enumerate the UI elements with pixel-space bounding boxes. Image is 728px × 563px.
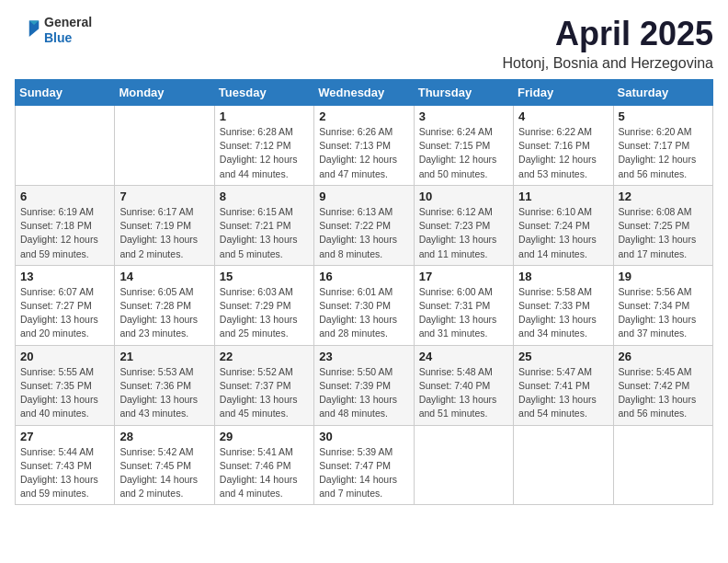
calendar-week-row-2: 6Sunrise: 6:19 AM Sunset: 7:18 PM Daylig… — [16, 185, 713, 265]
day-info: Sunrise: 6:13 AM Sunset: 7:22 PM Dayligh… — [319, 205, 408, 261]
calendar-cell: 2Sunrise: 6:26 AM Sunset: 7:13 PM Daylig… — [314, 106, 414, 186]
day-number: 17 — [419, 270, 508, 283]
calendar-cell: 23Sunrise: 5:50 AM Sunset: 7:39 PM Dayli… — [314, 345, 414, 425]
day-number: 6 — [20, 190, 109, 203]
page-header: General Blue April 2025 Hotonj, Bosnia a… — [15, 15, 713, 72]
logo-icon — [15, 17, 40, 43]
day-info: Sunrise: 5:50 AM Sunset: 7:39 PM Dayligh… — [319, 365, 408, 421]
day-number: 12 — [619, 190, 708, 203]
calendar-cell: 24Sunrise: 5:48 AM Sunset: 7:40 PM Dayli… — [414, 345, 513, 425]
weekday-header-tuesday: Tuesday — [214, 80, 313, 106]
day-info: Sunrise: 6:05 AM Sunset: 7:28 PM Dayligh… — [119, 285, 209, 341]
day-info: Sunrise: 6:19 AM Sunset: 7:18 PM Dayligh… — [20, 205, 109, 261]
calendar-cell: 21Sunrise: 5:53 AM Sunset: 7:36 PM Dayli… — [115, 345, 214, 425]
day-number: 3 — [419, 109, 508, 123]
day-info: Sunrise: 6:08 AM Sunset: 7:25 PM Dayligh… — [619, 205, 708, 261]
day-number: 22 — [220, 350, 309, 363]
day-info: Sunrise: 6:10 AM Sunset: 7:24 PM Dayligh… — [518, 205, 608, 261]
day-number: 24 — [419, 350, 508, 363]
day-number: 4 — [518, 109, 608, 123]
calendar-cell: 8Sunrise: 6:15 AM Sunset: 7:21 PM Daylig… — [214, 185, 313, 265]
day-info: Sunrise: 5:47 AM Sunset: 7:41 PM Dayligh… — [518, 365, 608, 421]
day-info: Sunrise: 6:07 AM Sunset: 7:27 PM Dayligh… — [20, 285, 109, 341]
calendar-cell — [514, 425, 613, 505]
weekday-header-row: SundayMondayTuesdayWednesdayThursdayFrid… — [16, 80, 713, 106]
calendar-week-row-5: 27Sunrise: 5:44 AM Sunset: 7:43 PM Dayli… — [16, 425, 713, 505]
calendar-cell: 19Sunrise: 5:56 AM Sunset: 7:34 PM Dayli… — [613, 265, 712, 345]
calendar-cell: 9Sunrise: 6:13 AM Sunset: 7:22 PM Daylig… — [314, 185, 414, 265]
calendar-cell: 29Sunrise: 5:41 AM Sunset: 7:46 PM Dayli… — [214, 425, 313, 505]
title-block: April 2025 Hotonj, Bosnia and Herzegovin… — [503, 15, 713, 72]
day-number: 26 — [619, 350, 708, 363]
day-info: Sunrise: 6:12 AM Sunset: 7:23 PM Dayligh… — [419, 205, 508, 261]
calendar-cell: 22Sunrise: 5:52 AM Sunset: 7:37 PM Dayli… — [214, 345, 313, 425]
calendar-cell: 1Sunrise: 6:28 AM Sunset: 7:12 PM Daylig… — [214, 106, 313, 186]
location-title: Hotonj, Bosnia and Herzegovina — [503, 55, 713, 72]
weekday-header-friday: Friday — [514, 80, 613, 106]
calendar-week-row-4: 20Sunrise: 5:55 AM Sunset: 7:35 PM Dayli… — [16, 345, 713, 425]
day-info: Sunrise: 5:45 AM Sunset: 7:42 PM Dayligh… — [619, 365, 708, 421]
day-number: 7 — [119, 190, 209, 203]
calendar-cell: 4Sunrise: 6:22 AM Sunset: 7:16 PM Daylig… — [514, 106, 613, 186]
day-number: 1 — [220, 109, 309, 123]
day-number: 15 — [220, 270, 309, 283]
day-info: Sunrise: 6:28 AM Sunset: 7:12 PM Dayligh… — [220, 125, 309, 181]
calendar-cell: 11Sunrise: 6:10 AM Sunset: 7:24 PM Dayli… — [514, 185, 613, 265]
calendar-cell: 3Sunrise: 6:24 AM Sunset: 7:15 PM Daylig… — [414, 106, 513, 186]
logo-text: General Blue — [44, 15, 92, 46]
day-number: 13 — [20, 270, 109, 283]
calendar-week-row-3: 13Sunrise: 6:07 AM Sunset: 7:27 PM Dayli… — [16, 265, 713, 345]
day-info: Sunrise: 6:01 AM Sunset: 7:30 PM Dayligh… — [319, 285, 408, 341]
day-info: Sunrise: 5:56 AM Sunset: 7:34 PM Dayligh… — [619, 285, 708, 341]
calendar-cell: 15Sunrise: 6:03 AM Sunset: 7:29 PM Dayli… — [214, 265, 313, 345]
day-number: 20 — [20, 350, 109, 363]
day-number: 14 — [119, 270, 209, 283]
calendar-cell — [613, 425, 712, 505]
day-number: 19 — [619, 270, 708, 283]
weekday-header-saturday: Saturday — [613, 80, 712, 106]
calendar-cell: 6Sunrise: 6:19 AM Sunset: 7:18 PM Daylig… — [16, 185, 115, 265]
weekday-header-monday: Monday — [115, 80, 214, 106]
day-number: 2 — [319, 109, 408, 123]
logo: General Blue — [15, 15, 92, 46]
day-info: Sunrise: 5:44 AM Sunset: 7:43 PM Dayligh… — [20, 445, 109, 501]
calendar-week-row-1: 1Sunrise: 6:28 AM Sunset: 7:12 PM Daylig… — [16, 106, 713, 186]
day-number: 11 — [518, 190, 608, 203]
day-info: Sunrise: 6:26 AM Sunset: 7:13 PM Dayligh… — [319, 125, 408, 181]
day-info: Sunrise: 6:20 AM Sunset: 7:17 PM Dayligh… — [619, 125, 708, 181]
day-number: 21 — [119, 350, 209, 363]
calendar-cell: 12Sunrise: 6:08 AM Sunset: 7:25 PM Dayli… — [613, 185, 712, 265]
day-info: Sunrise: 5:53 AM Sunset: 7:36 PM Dayligh… — [119, 365, 209, 421]
day-number: 18 — [518, 270, 608, 283]
weekday-header-wednesday: Wednesday — [314, 80, 414, 106]
calendar-cell: 26Sunrise: 5:45 AM Sunset: 7:42 PM Dayli… — [613, 345, 712, 425]
calendar-cell: 13Sunrise: 6:07 AM Sunset: 7:27 PM Dayli… — [16, 265, 115, 345]
calendar-table: SundayMondayTuesdayWednesdayThursdayFrid… — [15, 79, 713, 505]
calendar-cell: 10Sunrise: 6:12 AM Sunset: 7:23 PM Dayli… — [414, 185, 513, 265]
calendar-cell: 30Sunrise: 5:39 AM Sunset: 7:47 PM Dayli… — [314, 425, 414, 505]
day-info: Sunrise: 5:42 AM Sunset: 7:45 PM Dayligh… — [119, 445, 209, 501]
day-info: Sunrise: 6:22 AM Sunset: 7:16 PM Dayligh… — [518, 125, 608, 181]
calendar-cell: 27Sunrise: 5:44 AM Sunset: 7:43 PM Dayli… — [16, 425, 115, 505]
calendar-cell — [414, 425, 513, 505]
logo-general: General — [44, 15, 92, 30]
calendar-cell: 20Sunrise: 5:55 AM Sunset: 7:35 PM Dayli… — [16, 345, 115, 425]
weekday-header-thursday: Thursday — [414, 80, 513, 106]
month-title: April 2025 — [503, 15, 713, 53]
day-number: 9 — [319, 190, 408, 203]
day-number: 5 — [619, 109, 708, 123]
day-info: Sunrise: 5:48 AM Sunset: 7:40 PM Dayligh… — [419, 365, 508, 421]
calendar-cell — [16, 106, 115, 186]
calendar-cell: 28Sunrise: 5:42 AM Sunset: 7:45 PM Dayli… — [115, 425, 214, 505]
day-info: Sunrise: 6:17 AM Sunset: 7:19 PM Dayligh… — [119, 205, 209, 261]
day-number: 25 — [518, 350, 608, 363]
day-info: Sunrise: 5:58 AM Sunset: 7:33 PM Dayligh… — [518, 285, 608, 341]
calendar-cell: 17Sunrise: 6:00 AM Sunset: 7:31 PM Dayli… — [414, 265, 513, 345]
calendar-cell: 7Sunrise: 6:17 AM Sunset: 7:19 PM Daylig… — [115, 185, 214, 265]
calendar-cell: 16Sunrise: 6:01 AM Sunset: 7:30 PM Dayli… — [314, 265, 414, 345]
calendar-cell — [115, 106, 214, 186]
weekday-header-sunday: Sunday — [16, 80, 115, 106]
calendar-cell: 5Sunrise: 6:20 AM Sunset: 7:17 PM Daylig… — [613, 106, 712, 186]
calendar-cell: 25Sunrise: 5:47 AM Sunset: 7:41 PM Dayli… — [514, 345, 613, 425]
day-info: Sunrise: 5:55 AM Sunset: 7:35 PM Dayligh… — [20, 365, 109, 421]
